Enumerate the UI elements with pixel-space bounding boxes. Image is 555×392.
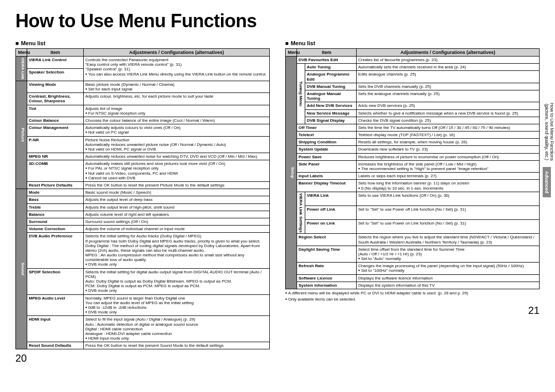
category-picture: Picture <box>16 81 27 189</box>
col-item: Item <box>27 49 84 57</box>
menu-item: 3D-COMB <box>27 160 84 182</box>
menu-item: New Service Message <box>305 109 357 117</box>
menu-table-right: Menu Item Adjustments / Configurations (… <box>285 48 540 289</box>
menu-desc: Changes the image processing of the pane… <box>357 263 540 274</box>
menu-item: DVB Manual Tuning <box>305 83 357 90</box>
menu-item: Input Labels <box>297 173 357 180</box>
menu-desc: Increases the brightness of the side pan… <box>357 160 540 172</box>
menu-item: Daylight Saving Time <box>297 246 357 263</box>
menu-table-left: Menu Item Adjustments / Configurations (… <box>15 48 270 349</box>
menu-item: P-NR <box>27 136 84 153</box>
menu-item: Reset Sound Defaults <box>27 342 84 349</box>
menu-desc: Set to "Set" to use Power off Link funct… <box>357 206 540 219</box>
menu-desc: Basic sound mode (Music / Speech) <box>84 189 270 196</box>
menu-item: Shipping Condition <box>297 139 357 146</box>
menu-desc: Adds new DVB services (p. 25) <box>357 102 540 109</box>
page-left: Menu list Menu Item Adjustments / Config… <box>15 37 270 364</box>
menu-desc: Adjusts tint of imageFor NTSC signal rec… <box>84 105 270 117</box>
subcategory: VIERA Link Settings <box>297 192 305 234</box>
col-item: Item <box>297 49 357 57</box>
menu-desc: Sets the analogue channels manually (p. … <box>357 90 540 102</box>
menu-item: Software Licence <box>297 274 357 282</box>
menu-item: Reset Picture Defaults <box>27 182 84 189</box>
menu-item: Contrast, Brightness, Colour, Sharpness <box>27 93 84 105</box>
menu-desc: Selects the region where you live to adj… <box>357 234 540 246</box>
menu-item: VIERA Link Control <box>27 57 84 69</box>
menu-item: System Update <box>297 146 357 153</box>
side-tab-section: How to Use Menu Functions (picture, soun… <box>543 99 555 165</box>
menu-item: Volume Correction <box>27 226 84 233</box>
menu-desc: Press the OK button to reset the present… <box>84 182 270 189</box>
menu-list-label: Menu list <box>15 40 270 46</box>
menu-item: Speaker Selection <box>27 68 84 81</box>
page-number-left: 20 <box>15 352 270 364</box>
menu-item: Mode <box>27 189 84 196</box>
menu-desc: Chooses the colour balance of the entire… <box>84 117 270 124</box>
menu-item: Power off Link <box>305 206 357 219</box>
page-number-right: 21 <box>285 305 540 316</box>
menu-item: Teletext <box>297 132 357 139</box>
menu-list-label: Menu list <box>285 40 540 46</box>
menu-item: Banner Display Timeout <box>297 180 357 192</box>
menu-desc: Reduces brightness of picture to economi… <box>357 153 540 160</box>
menu-item: Viewing Mode <box>27 81 84 92</box>
menu-desc: Adjusts the volume of individual channel… <box>84 226 270 233</box>
menu-item: System Information <box>297 282 357 289</box>
menu-desc: Edits analogue channels (p. 25) <box>357 71 540 83</box>
menu-desc: Checks the DVB signal condition (p. 25) <box>357 117 540 124</box>
menu-desc: Sets to use VIERA Link functions (Off / … <box>357 192 540 206</box>
menu-item: Surround <box>27 218 84 225</box>
menu-item: Bass <box>27 196 84 203</box>
menu-desc: Picture Noise ReductionAutomatically red… <box>84 136 270 153</box>
footnote: Only available items can be selected. <box>285 297 540 302</box>
menu-item: Add New DVB Services <box>305 102 357 109</box>
menu-desc: Adjusts the output level of deep bass <box>84 196 270 203</box>
subcategory: Tuning Menu <box>297 64 305 124</box>
menu-item: Power Save <box>297 153 357 160</box>
menu-desc: Press the OK button to reset the present… <box>84 342 270 349</box>
menu-desc: Selects the initial setting for Audio tr… <box>84 233 270 268</box>
menu-desc: Automatically makes still pictures and s… <box>84 160 270 182</box>
category-viera-link: VIERA Link <box>16 57 27 81</box>
menu-item: Treble <box>27 203 84 211</box>
menu-item: Colour Management <box>27 124 84 136</box>
menu-desc: Automatically adjusts colours to vivid o… <box>84 124 270 136</box>
category-setup: Setup <box>286 57 297 289</box>
menu-item: SPDIF Selection <box>27 268 84 294</box>
menu-desc: Select time offset from the standard tim… <box>357 246 540 263</box>
menu-desc: Displays the system information of this … <box>357 282 540 289</box>
menu-item: Side Panel <box>297 160 357 172</box>
col-adj: Adjustments / Configurations (alternativ… <box>84 49 270 57</box>
menu-item: HDMI Input <box>27 316 84 342</box>
menu-desc: Sets the time the TV automatically turns… <box>357 124 540 131</box>
side-tab-advanced: Advanced <box>543 167 551 197</box>
menu-desc: Creates list of favourite programmes (p.… <box>357 57 540 64</box>
menu-item: Analogue Manual Tuning <box>305 90 357 102</box>
menu-desc: Resets all settings, for example, when m… <box>357 139 540 146</box>
menu-desc: Selects the initial setting for digital … <box>84 268 270 294</box>
menu-desc: Sets the DVB channels manually (p. 25) <box>357 83 540 90</box>
menu-desc: Adjusts volume level of right and left s… <box>84 211 270 218</box>
menu-desc: Normally, MPEG sound is larger than Dolb… <box>84 294 270 316</box>
col-menu: Menu <box>16 49 27 57</box>
menu-desc: Displays the software licence informatio… <box>357 274 540 282</box>
menu-desc: Controls the connected Panasonic equipme… <box>84 57 270 81</box>
menu-item: MPEG Audio Level <box>27 294 84 316</box>
menu-item: Off Timer <box>297 124 357 131</box>
menu-item: DVB Audio Preference <box>27 233 84 268</box>
menu-item: Colour Balance <box>27 117 84 124</box>
menu-item: DVB Favourites Edit <box>297 57 357 64</box>
col-adj: Adjustments / Configurations (alternativ… <box>357 49 540 57</box>
menu-item: MPEG NR <box>27 153 84 160</box>
menu-item: Auto Tuning <box>305 64 357 71</box>
menu-desc: Downloads new software to TV (p. 23) <box>357 146 540 153</box>
menu-desc: Automatically reduces unwanted noise for… <box>84 153 270 160</box>
menu-desc: Set to "Set" to use Power on Link functi… <box>357 220 540 234</box>
menu-item: Analogue Programme Edit <box>305 71 357 83</box>
menu-desc: Automatically sets the channels received… <box>357 64 540 71</box>
menu-desc: Adjusts colour, brightness, etc. for eac… <box>84 93 270 105</box>
menu-desc: Labels or skips each input terminals (p.… <box>357 173 540 180</box>
footnote: A different menu will be displayed while… <box>285 291 540 295</box>
menu-desc: Adjusts the output level of high-pitch, … <box>84 203 270 211</box>
menu-item: Region Select <box>297 234 357 246</box>
